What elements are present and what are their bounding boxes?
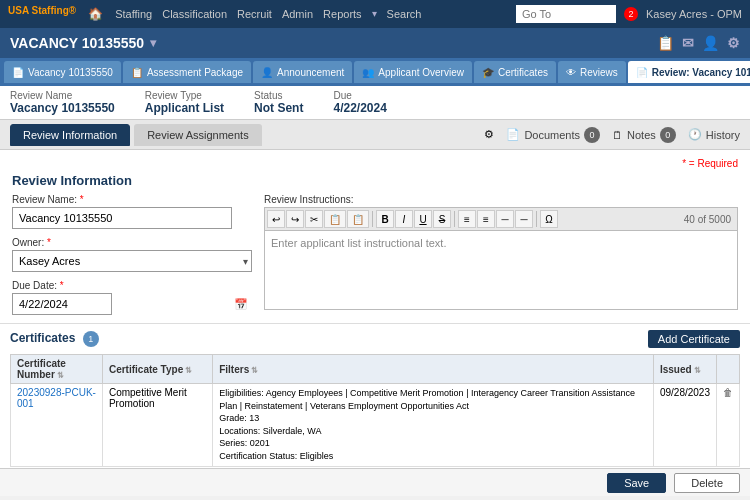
cert-number-cell: 20230928-PCUK-001 [11,384,103,467]
goto-input[interactable] [516,5,616,23]
tab-announcement[interactable]: 👤 Announcement [253,61,352,83]
undo-button[interactable]: ↩ [267,210,285,228]
owner-label: Owner: * [12,237,252,248]
nav-right: 2 Kasey Acres - OPM [516,5,742,23]
vacancy-icon-settings[interactable]: ⚙ [727,35,740,51]
cert-number-link[interactable]: 20230928-PCUK-001 [17,387,96,409]
align-left-button[interactable]: ≡ [458,210,476,228]
toolbar-sep-2 [454,211,455,227]
italic-button[interactable]: I [395,210,413,228]
tab-reviews[interactable]: 👁 Reviews [558,61,626,83]
bold-button[interactable]: B [376,210,394,228]
tab-certificates[interactable]: 🎓 Certificates [474,61,556,83]
instructions-editor[interactable]: Enter applicant list instructional text. [264,230,738,310]
main-content: * = Required Review Information Review N… [0,150,750,468]
tab-applicant-icon: 👥 [362,67,374,78]
nav-search[interactable]: Search [387,8,422,20]
cert-issued-cell: 09/28/2023 [653,384,716,467]
required-note: * = Required [12,158,738,169]
align-center-button[interactable]: ≡ [477,210,495,228]
review-info-status-val: Not Sent [254,101,303,115]
notes-group[interactable]: 🗒 Notes 0 [612,127,676,143]
tab-applicant-overview[interactable]: 👥 Applicant Overview [354,61,472,83]
certificates-title-group: Certificates 1 [10,331,99,347]
hr-button[interactable]: ─ [496,210,514,228]
review-info-status: Status Not Sent [254,90,303,115]
notes-count: 0 [660,127,676,143]
history-label: History [706,129,740,141]
tab-review-vacancy-icon: 📄 [636,67,648,78]
copy-button[interactable]: 📋 [324,210,346,228]
review-info-section-title: Review Information [12,173,738,188]
instructions-label: Review Instructions: [264,194,738,205]
instructions-placeholder: Enter applicant list instructional text. [271,237,446,249]
cert-delete-icon[interactable]: 🗑 [723,387,733,398]
review-info-name: Review Name Vacancy 10135550 [10,90,115,115]
documents-icon: 📄 [506,128,520,141]
cert-type-cell: Competitive Merit Promotion [102,384,212,467]
due-date-wrapper: 📅 [12,293,252,315]
review-name-group: Review Name: * [12,194,252,229]
delete-button[interactable]: Delete [674,473,740,493]
nav-staffing[interactable]: Staffing [115,8,152,20]
sub-tab-bar: Review Information Review Assignments ⚙ … [0,120,750,150]
review-info-name-val: Vacancy 10135550 [10,101,115,115]
sub-tab-review-information[interactable]: Review Information [10,124,130,146]
footer: Save Delete [0,468,750,496]
top-nav-links: Staffing Classification Recruit Admin Re… [115,8,421,20]
due-date-group: Due Date: * 📅 [12,280,252,315]
tab-vacancy-icon: 📄 [12,67,24,78]
strikethrough-button[interactable]: S [433,210,451,228]
review-info-type-label: Review Type [145,90,224,101]
notification-badge[interactable]: 2 [624,7,638,21]
tab-review-vacancy[interactable]: 📄 Review: Vacancy 10135550 [628,61,750,83]
sub-tab-review-assignments[interactable]: Review Assignments [134,124,262,146]
owner-select[interactable]: Kasey Acres [12,250,252,272]
vacancy-icon-mail[interactable]: ✉ [682,35,694,51]
tab-assessment-icon: 📋 [131,67,143,78]
tab-assessment[interactable]: 📋 Assessment Package [123,61,251,83]
vacancy-title: VACANCY 10135550 [10,35,144,51]
nav-classification[interactable]: Classification [162,8,227,20]
underline-button[interactable]: U [414,210,432,228]
settings-gear-icon[interactable]: ⚙ [484,128,494,141]
vacancy-icon-user[interactable]: 👤 [702,35,719,51]
history-group[interactable]: 🕐 History [688,128,740,141]
tab-vacancy[interactable]: 📄 Vacancy 10135550 [4,61,121,83]
review-information-section: * = Required Review Information Review N… [0,150,750,324]
special-char-button[interactable]: Ω [540,210,558,228]
documents-group[interactable]: 📄 Documents 0 [506,127,600,143]
nav-recruit[interactable]: Recruit [237,8,272,20]
add-certificate-button[interactable]: Add Certificate [648,330,740,348]
review-right-col: Review Instructions: ↩ ↪ ✂ 📋 📋 B I U S ≡… [264,194,738,315]
cert-col-type: Certificate Type⇅ [102,355,212,384]
review-info-due-val: 4/22/2024 [333,101,386,115]
vacancy-chevron[interactable]: ▾ [150,36,156,50]
documents-count: 0 [584,127,600,143]
save-button[interactable]: Save [607,473,666,493]
notes-label: Notes [627,129,656,141]
cut-button[interactable]: ✂ [305,210,323,228]
due-date-input[interactable] [12,293,112,315]
nav-reports[interactable]: Reports [323,8,362,20]
documents-label: Documents [524,129,580,141]
owner-group: Owner: * Kasey Acres ▾ [12,237,252,272]
certificates-header: Certificates 1 Add Certificate [10,330,740,348]
vacancy-bar-right: 📋 ✉ 👤 ⚙ [657,35,740,51]
char-count: 40 of 5000 [680,214,735,225]
calendar-icon[interactable]: 📅 [234,298,248,311]
redo-button[interactable]: ↪ [286,210,304,228]
nav-admin[interactable]: Admin [282,8,313,20]
tab-reviews-icon: 👁 [566,67,576,78]
tab-certificates-icon: 🎓 [482,67,494,78]
home-icon[interactable]: 🏠 [88,7,103,21]
tab-announcement-icon: 👤 [261,67,273,78]
review-name-input[interactable] [12,207,232,229]
notes-icon: 🗒 [612,129,623,141]
cert-action-cell: 🗑 [717,384,740,467]
owner-select-wrapper: Kasey Acres ▾ [12,250,252,272]
paste-button[interactable]: 📋 [347,210,369,228]
indent-button[interactable]: ─ [515,210,533,228]
vacancy-icon-clipboard[interactable]: 📋 [657,35,674,51]
review-info-due: Due 4/22/2024 [333,90,386,115]
